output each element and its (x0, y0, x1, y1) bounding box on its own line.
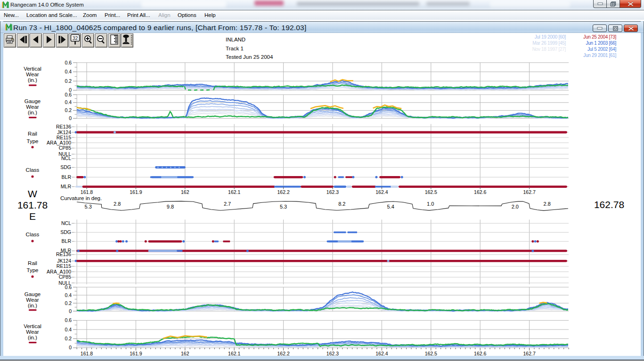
chart-shape (83, 35, 93, 45)
chart-shape (19, 35, 27, 44)
legend-recent-runs: Jun 25 2004 [73]Jun 1 2003 [66]Jul 5 200… (523, 34, 616, 59)
toolbar-milepost-button[interactable]: 32 (69, 33, 81, 48)
toolbar-zoom-in-button[interactable] (82, 33, 94, 48)
chart-shape (628, 1, 634, 7)
chart-shape (4, 2, 8, 8)
legend-entry: Jun 29 2001 [61] (523, 52, 616, 58)
chart-shape (12, 39, 13, 40)
header-test-date: Tested Jun 25 2004 (226, 53, 273, 62)
panel-title-line: Type (7, 139, 58, 145)
main-title-bar[interactable]: Rangecam 14.0 Office System (0, 0, 644, 10)
background-window-blur (426, 2, 470, 6)
chart-shape (2, 2, 3, 8)
menu-item-zoom[interactable]: Zoom (83, 12, 97, 18)
chart-shape (99, 38, 103, 39)
chart-header: INLAND Track 1 Tested Jun 25 2004 (226, 35, 273, 62)
chart-shape (8, 2, 9, 8)
chart-shape (597, 2, 603, 5)
window-title: Rangecam 14.0 Office System (10, 2, 84, 8)
panel-title-line: Gauge (7, 292, 58, 298)
close-button[interactable] (620, 0, 641, 8)
chart-window-title: Run 73 - HI_1800_040625 compared to 9 ea… (13, 24, 306, 32)
panel-title-line: Gauge (7, 99, 58, 105)
chart-shape (58, 36, 60, 43)
panel-title-line: Wear (7, 72, 58, 78)
chart-client-area (3, 33, 641, 357)
arrow-right-icon (45, 35, 53, 46)
chart-shape (45, 35, 53, 44)
chart-to-mile: 162.78 (590, 199, 628, 210)
toolbar-rail-profile-button[interactable] (121, 33, 133, 48)
header-territory: INLAND (226, 35, 273, 44)
panel-title-line: Class (7, 232, 58, 238)
panel-title-line: (in.) (7, 110, 58, 116)
direction-west-label: W (18, 188, 47, 200)
chart-shape (122, 42, 129, 44)
zoom-out-icon (96, 35, 106, 47)
toolbar-report-button[interactable] (108, 33, 121, 48)
toolbar: 32 (4, 33, 134, 48)
toolbar-last-section-button[interactable] (56, 33, 68, 48)
child-restore-button[interactable] (608, 24, 622, 32)
screen-bottom-edge (0, 360, 644, 361)
chart-shape (33, 36, 38, 43)
chart-shape: 32 (70, 34, 81, 45)
chart-shape (7, 40, 12, 43)
chart-shape (598, 3, 603, 5)
menu-item-new[interactable]: New... (4, 12, 19, 18)
menu-item-options[interactable]: Options (178, 12, 196, 18)
chart-shape (6, 24, 7, 31)
toolbar-next-button[interactable] (43, 33, 55, 48)
step-forward-icon (58, 35, 66, 46)
menu-bar: New...Location and Scale...ZoomPrint...P… (0, 10, 644, 20)
menu-item-align[interactable]: Align (158, 12, 171, 18)
background-cloud-blur (490, 1, 570, 8)
panel-title-rail_type_e: RailType (7, 261, 58, 274)
menu-item-print-all[interactable]: Print All... (127, 12, 150, 18)
chart-from-mile: 161.78 (14, 200, 51, 211)
legend-entry: Jun 25 2004 [73] (523, 34, 616, 40)
panel-title-line: Type (7, 268, 58, 274)
chart-shape (74, 41, 76, 45)
maximize-button[interactable] (607, 0, 620, 8)
panel-title-line: (in.) (7, 335, 58, 341)
chart-shape (628, 2, 633, 6)
panel-title-line: (in.) (7, 78, 58, 83)
chart-shape (110, 34, 119, 45)
background-window-blur (254, 0, 284, 6)
toolbar-first-section-button[interactable] (17, 33, 29, 48)
toolbar-previous-button[interactable] (30, 33, 42, 48)
panel-title-gauge_wear_e: GaugeWear(in.) (7, 292, 58, 309)
chart-shape (122, 34, 133, 45)
toolbar-print-button[interactable] (4, 33, 16, 48)
panel-title-line: Wear (7, 105, 58, 110)
menu-item-help[interactable]: Help (204, 12, 216, 18)
chart-shape (101, 40, 105, 44)
chart-shape (96, 35, 106, 45)
menu-item-location-and-scale[interactable]: Location and Scale... (26, 12, 77, 18)
chart-shape (628, 26, 634, 31)
panel-title-line: Class (7, 168, 58, 173)
chart-shape (86, 38, 90, 39)
chart-shape (628, 26, 634, 31)
chart-shape (610, 1, 616, 7)
chart-shape (7, 36, 12, 38)
chart-shape (47, 36, 52, 43)
chart-shape (5, 35, 15, 44)
panel-title-rail_type_w: RailType (7, 131, 58, 145)
app-icon[interactable] (2, 1, 9, 8)
menu-item-print[interactable]: Print... (105, 12, 120, 18)
toolbar-zoom-out-button[interactable] (95, 33, 107, 48)
chart-shape (7, 25, 11, 31)
window-right-border (641, 21, 644, 360)
chart-shape (11, 24, 12, 31)
child-minimize-button[interactable] (593, 24, 607, 32)
milepost-sign-icon: 32 (70, 34, 81, 47)
child-close-button[interactable] (624, 24, 638, 32)
chart-shape (597, 27, 603, 30)
chart-shape (611, 3, 615, 6)
zoom-in-icon (83, 35, 93, 47)
chart-shape (597, 27, 602, 29)
minimize-button[interactable] (593, 0, 607, 8)
background-cloud-blur (141, 1, 226, 8)
